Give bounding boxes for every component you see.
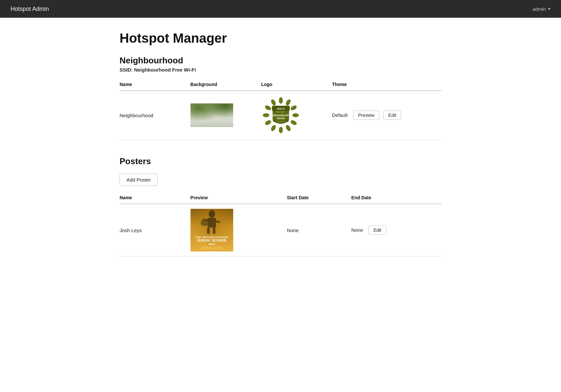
col-header-theme: Theme bbox=[332, 79, 441, 91]
svg-point-19 bbox=[270, 124, 277, 132]
posters-table: Name Preview Start Date End Date Josh Le… bbox=[120, 192, 441, 256]
svg-rect-36 bbox=[213, 228, 215, 234]
poster-edit-button[interactable]: Edit bbox=[369, 226, 386, 235]
svg-point-13 bbox=[285, 98, 291, 106]
svg-text:ESTABLISHED: ESTABLISHED bbox=[275, 121, 286, 123]
svg-point-12 bbox=[279, 97, 283, 104]
col-header-start-date: Start Date bbox=[287, 192, 351, 204]
svg-text:NEIGHBOUR: NEIGHBOUR bbox=[273, 114, 289, 117]
col-header-name: Name bbox=[120, 79, 191, 91]
end-date-value: None bbox=[351, 227, 363, 233]
row-name: Neighbourhood bbox=[120, 91, 191, 140]
navbar-brand: Hotspot Admin bbox=[11, 6, 49, 12]
ssid-line: SSID: Neighbourhood Free Wi-Fi bbox=[120, 67, 441, 73]
background-image bbox=[191, 103, 233, 127]
theme-value: Default bbox=[332, 112, 348, 118]
poster-line4: Josh Leys bbox=[195, 246, 228, 250]
svg-point-17 bbox=[285, 124, 291, 132]
svg-text:HOOD: HOOD bbox=[277, 117, 285, 120]
col-header-poster-name: Name bbox=[120, 192, 191, 204]
preview-button[interactable]: Preview bbox=[353, 111, 379, 120]
svg-point-16 bbox=[290, 119, 297, 126]
svg-point-14 bbox=[290, 104, 297, 111]
navbar: Hotspot Admin admin bbox=[0, 0, 561, 18]
svg-point-18 bbox=[279, 127, 283, 133]
posters-section: Posters Add Poster Name Preview Start Da… bbox=[120, 156, 441, 256]
col-header-preview: Preview bbox=[191, 192, 287, 204]
svg-point-23 bbox=[270, 98, 277, 106]
edit-button[interactable]: Edit bbox=[383, 111, 401, 120]
hotspot-table-header: Name Background Logo Theme bbox=[120, 79, 441, 91]
poster-start-date: None bbox=[287, 204, 351, 256]
col-header-end-date: End Date bbox=[351, 192, 441, 204]
page-title: Hotspot Manager bbox=[120, 31, 441, 46]
poster-image: THE NEIGHBOURHOOD SUNDAY SESSION with Jo… bbox=[191, 209, 233, 251]
row-theme: Default Preview Edit bbox=[332, 91, 441, 140]
svg-text:BREWERY: BREWERY bbox=[276, 111, 285, 113]
user-menu[interactable]: admin bbox=[532, 6, 550, 12]
hotspot-table: Name Background Logo Theme Neighbourhood bbox=[120, 79, 441, 140]
row-logo: MAC'S BREWERY NEIGHBOUR HOOD ESTABLISHED bbox=[261, 91, 332, 140]
logo-image: MAC'S BREWERY NEIGHBOUR HOOD ESTABLISHED bbox=[261, 96, 301, 135]
poster-name: Josh Leys bbox=[120, 204, 191, 256]
poster-line3: with bbox=[195, 243, 228, 246]
table-row: Neighbourhood bbox=[120, 91, 441, 140]
poster-end-date: None Edit bbox=[351, 204, 441, 256]
poster-line2: SUNDAY SESSION bbox=[195, 239, 228, 243]
hotspot-name: Neighbourhood bbox=[120, 55, 441, 66]
poster-line1: THE NEIGHBOURHOOD bbox=[195, 236, 228, 239]
ssid-label: SSID: bbox=[120, 67, 133, 73]
svg-point-21 bbox=[263, 113, 269, 117]
main-container: Hotspot Manager Neighbourhood SSID: Neig… bbox=[100, 18, 461, 270]
posters-table-header: Name Preview Start Date End Date bbox=[120, 192, 441, 204]
svg-point-34 bbox=[200, 220, 208, 226]
ssid-value: Neighbourhood Free Wi-Fi bbox=[134, 67, 196, 73]
col-header-background: Background bbox=[191, 79, 261, 91]
poster-person-icon bbox=[191, 210, 233, 236]
row-background bbox=[191, 91, 261, 140]
svg-point-30 bbox=[209, 210, 215, 218]
logo-svg: MAC'S BREWERY NEIGHBOUR HOOD ESTABLISHED bbox=[263, 97, 299, 133]
svg-point-15 bbox=[292, 113, 299, 117]
add-poster-button[interactable]: Add Poster bbox=[120, 174, 158, 186]
col-header-logo: Logo bbox=[261, 79, 332, 91]
poster-preview: THE NEIGHBOURHOOD SUNDAY SESSION with Jo… bbox=[191, 204, 287, 256]
dropdown-caret-icon bbox=[548, 8, 550, 10]
svg-point-22 bbox=[264, 104, 272, 111]
user-label: admin bbox=[532, 6, 546, 12]
table-row: Josh Leys bbox=[120, 204, 441, 256]
svg-point-20 bbox=[264, 119, 272, 126]
poster-text-overlay: THE NEIGHBOURHOOD SUNDAY SESSION with Jo… bbox=[195, 236, 228, 250]
svg-text:MAC'S: MAC'S bbox=[277, 108, 285, 110]
posters-title: Posters bbox=[120, 156, 441, 166]
hotspot-section: Neighbourhood SSID: Neighbourhood Free W… bbox=[120, 55, 441, 140]
svg-rect-35 bbox=[207, 228, 210, 234]
